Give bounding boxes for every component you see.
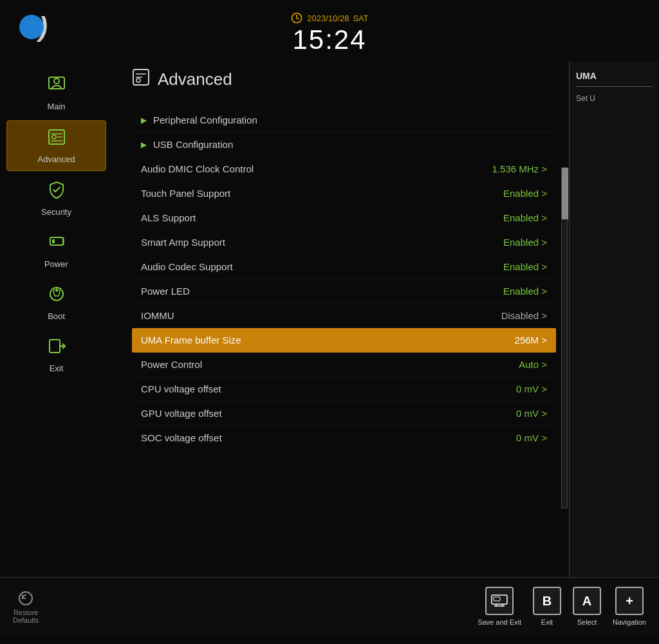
- select-label: Select: [577, 618, 597, 626]
- content-area: Advanced ▶ Peripheral Configuration ▶ US…: [113, 62, 569, 577]
- setting-left: ALS Support: [141, 212, 196, 223]
- boot-icon: [47, 284, 66, 308]
- header: ) 2023/10/28 SAT 15:24: [0, 0, 659, 62]
- svg-rect-9: [52, 239, 55, 243]
- setting-name: CPU voltage offset: [141, 383, 221, 394]
- right-panel-desc: Set U: [576, 93, 653, 104]
- setting-audio-dmic[interactable]: Audio DMIC Clock Control 1.536 MHz >: [132, 157, 556, 181]
- setting-gpu-voltage[interactable]: GPU voltage offset 0 mV >: [132, 401, 556, 426]
- setting-uma-frame-buffer[interactable]: UMA Frame buffer Size 256M >: [132, 328, 556, 353]
- save-exit-button[interactable]: Save and Exit: [478, 587, 521, 626]
- setting-soc-voltage[interactable]: SOC voltage offset 0 mV >: [132, 426, 556, 450]
- setting-left: Power LED: [141, 286, 190, 297]
- svg-rect-15: [50, 340, 60, 353]
- setting-name: Power LED: [141, 286, 190, 297]
- save-exit-key: [485, 587, 514, 615]
- navigation-button[interactable]: + Navigation: [613, 587, 646, 626]
- sidebar-item-power[interactable]: Power: [6, 226, 106, 275]
- sidebar-item-main[interactable]: Main: [6, 68, 106, 118]
- setting-value: Auto >: [519, 359, 547, 370]
- right-panel-title: UMA: [576, 71, 653, 87]
- right-panel: UMA Set U: [569, 62, 659, 577]
- sidebar-label-power: Power: [44, 259, 68, 269]
- bottom-actions: Save and Exit B Exit A Select + Navigati…: [478, 587, 646, 626]
- setting-left: SOC voltage offset: [141, 432, 222, 443]
- bottom-bar: RestoreDefaults Save and Exit B Exit A: [0, 577, 659, 635]
- arrow-icon: ▶: [141, 116, 147, 125]
- sidebar-item-boot[interactable]: Boot: [6, 278, 106, 327]
- setting-value: 0 mV >: [516, 432, 547, 443]
- setting-value: Enabled >: [503, 261, 547, 272]
- setting-left: Power Control: [141, 359, 202, 370]
- sidebar-label-exit: Exit: [50, 363, 64, 373]
- svg-point-20: [136, 78, 140, 82]
- setting-cpu-voltage[interactable]: CPU voltage offset 0 mV >: [132, 377, 556, 401]
- logo-circle: [19, 15, 44, 39]
- setting-left: Touch Panel Support: [141, 188, 230, 199]
- setting-name: Peripheral Configuration: [153, 115, 257, 125]
- setting-power-control[interactable]: Power Control Auto >: [132, 353, 556, 377]
- setting-usb-config[interactable]: ▶ USB Configuration: [132, 133, 556, 157]
- setting-peripheral-config[interactable]: ▶ Peripheral Configuration: [132, 108, 556, 133]
- setting-name: Power Control: [141, 359, 202, 370]
- setting-left: IOMMU: [141, 310, 174, 321]
- sidebar-item-security[interactable]: Security: [6, 174, 106, 223]
- setting-value: Enabled >: [503, 237, 547, 248]
- setting-smart-amp[interactable]: Smart Amp Support Enabled >: [132, 230, 556, 255]
- setting-value: 256M >: [515, 335, 547, 345]
- setting-left: ▶ Peripheral Configuration: [141, 115, 257, 125]
- main-icon: [47, 75, 66, 98]
- svg-rect-26: [494, 597, 500, 601]
- svg-point-4: [52, 135, 56, 139]
- clock-time: 15:24: [292, 24, 366, 55]
- setting-value: 1.536 MHz >: [492, 163, 547, 174]
- setting-left: Audio DMIC Clock Control: [141, 163, 254, 174]
- setting-name: USB Configuration: [153, 139, 233, 150]
- setting-name: Touch Panel Support: [141, 188, 230, 199]
- exit-key: B: [533, 587, 561, 615]
- setting-value: 0 mV >: [516, 383, 547, 394]
- setting-value: Enabled >: [503, 286, 547, 297]
- save-exit-label: Save and Exit: [478, 618, 521, 626]
- scrollbar-track[interactable]: [561, 167, 568, 508]
- setting-left: GPU voltage offset: [141, 408, 222, 419]
- svg-point-2: [54, 78, 59, 84]
- svg-rect-22: [492, 595, 507, 604]
- setting-left: CPU voltage offset: [141, 383, 221, 394]
- setting-iommu[interactable]: IOMMU Disabled >: [132, 304, 556, 328]
- sidebar-item-exit[interactable]: Exit: [6, 330, 106, 380]
- restore-label: RestoreDefaults: [13, 609, 39, 624]
- scrollbar-thumb[interactable]: [562, 168, 568, 219]
- setting-left: ▶ USB Configuration: [141, 139, 233, 150]
- security-icon: [47, 180, 66, 204]
- date-text: 2023/10/28: [307, 14, 349, 23]
- section-title: Advanced: [132, 68, 556, 97]
- setting-left: UMA Frame buffer Size: [141, 335, 241, 345]
- restore-defaults-button[interactable]: RestoreDefaults: [13, 589, 39, 624]
- select-key: A: [573, 587, 601, 615]
- setting-name: GPU voltage offset: [141, 408, 222, 419]
- setting-name: Smart Amp Support: [141, 237, 225, 248]
- setting-audio-codec[interactable]: Audio Codec Support Enabled >: [132, 255, 556, 279]
- setting-name: UMA Frame buffer Size: [141, 335, 241, 345]
- setting-left: Smart Amp Support: [141, 237, 225, 248]
- clock-icon: [290, 12, 303, 24]
- exit-icon: [47, 336, 66, 360]
- sidebar-label-boot: Boot: [48, 311, 65, 321]
- setting-als-support[interactable]: ALS Support Enabled >: [132, 206, 556, 230]
- main-layout: Main Advanced S: [0, 62, 659, 577]
- setting-power-led[interactable]: Power LED Enabled >: [132, 279, 556, 304]
- navigation-key: +: [615, 587, 644, 615]
- sidebar-item-advanced[interactable]: Advanced: [6, 120, 106, 171]
- setting-value: 0 mV >: [516, 408, 547, 419]
- setting-name: SOC voltage offset: [141, 432, 222, 443]
- select-button[interactable]: A Select: [573, 587, 601, 626]
- logo: ): [19, 12, 48, 42]
- sidebar-label-advanced: Advanced: [38, 154, 75, 164]
- setting-touch-panel[interactable]: Touch Panel Support Enabled >: [132, 181, 556, 206]
- arrow-icon: ▶: [141, 140, 147, 149]
- exit-label: Exit: [541, 618, 553, 626]
- exit-button[interactable]: B Exit: [533, 587, 561, 626]
- navigation-label: Navigation: [613, 618, 646, 626]
- setting-left: Audio Codec Support: [141, 261, 233, 272]
